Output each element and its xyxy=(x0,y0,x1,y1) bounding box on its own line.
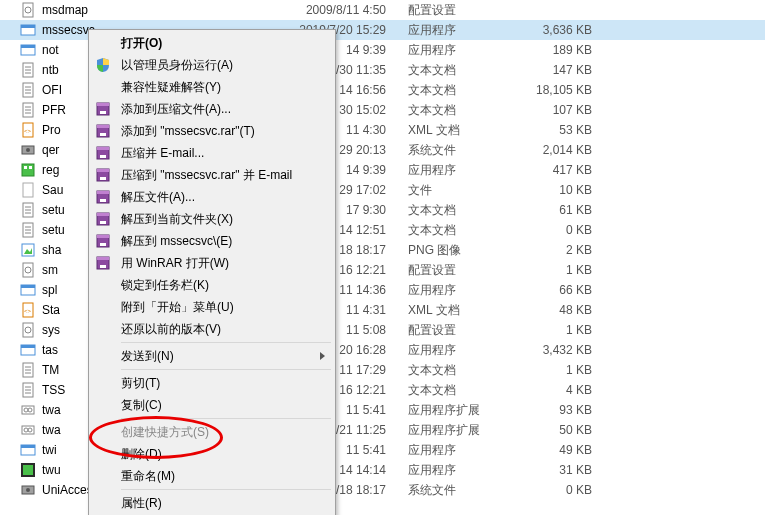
svg-rect-25 xyxy=(23,183,33,197)
menu-item-label: 以管理员身份运行(A) xyxy=(121,57,233,74)
svg-point-21 xyxy=(26,148,30,152)
menu-item-label: 压缩并 E-mail... xyxy=(121,145,204,162)
file-type: 系统文件 xyxy=(390,142,500,159)
file-size: 48 KB xyxy=(500,303,600,317)
menu-item-label: 打开(O) xyxy=(121,35,162,52)
file-icon xyxy=(20,2,36,18)
file-icon xyxy=(20,382,36,398)
file-type: 系统文件 xyxy=(390,482,500,499)
rar-icon xyxy=(95,189,111,205)
menu-item[interactable]: 剪切(T) xyxy=(91,372,333,394)
menu-item-label: 删除(D) xyxy=(121,446,162,463)
menu-item-label: 解压到当前文件夹(X) xyxy=(121,211,233,228)
menu-item[interactable]: 还原以前的版本(V) xyxy=(91,318,333,340)
file-type: 应用程序 xyxy=(390,462,500,479)
file-size: 53 KB xyxy=(500,123,600,137)
svg-rect-74 xyxy=(100,155,106,158)
rar-icon xyxy=(95,255,111,271)
file-type: 配置设置 xyxy=(390,2,500,19)
menu-item[interactable]: 添加到 "mssecsvc.rar"(T) xyxy=(91,120,333,142)
svg-rect-45 xyxy=(21,345,35,348)
menu-separator xyxy=(121,489,331,490)
file-type: 文本文档 xyxy=(390,102,500,119)
menu-item[interactable]: 解压到当前文件夹(X) xyxy=(91,208,333,230)
menu-item-label: 用 WinRAR 打开(W) xyxy=(121,255,229,272)
file-icon xyxy=(20,142,36,158)
menu-item-label: 添加到 "mssecsvc.rar"(T) xyxy=(121,123,255,140)
file-type: 应用程序 xyxy=(390,282,500,299)
svg-rect-79 xyxy=(97,191,109,194)
menu-item[interactable]: 添加到压缩文件(A)... xyxy=(91,98,333,120)
file-type: 文本文档 xyxy=(390,222,500,239)
menu-item[interactable]: 兼容性疑难解答(Y) xyxy=(91,76,333,98)
file-icon xyxy=(20,282,36,298)
svg-rect-77 xyxy=(100,177,106,180)
svg-rect-61 xyxy=(21,445,35,448)
svg-rect-70 xyxy=(97,125,109,128)
file-row[interactable]: msdmap2009/8/11 4:50配置设置 xyxy=(0,0,765,20)
menu-item[interactable]: 解压到 mssecsvc\(E) xyxy=(91,230,333,252)
file-type: 应用程序 xyxy=(390,162,500,179)
menu-item-label: 剪切(T) xyxy=(121,375,160,392)
file-type: 应用程序 xyxy=(390,442,500,459)
file-icon xyxy=(20,262,36,278)
file-type: 文本文档 xyxy=(390,202,500,219)
svg-rect-23 xyxy=(24,166,27,169)
svg-rect-82 xyxy=(97,213,109,216)
file-size: 1 KB xyxy=(500,323,600,337)
svg-rect-67 xyxy=(97,103,109,106)
file-size: 189 KB xyxy=(500,43,600,57)
svg-rect-22 xyxy=(22,164,34,176)
svg-text:<>: <> xyxy=(24,128,32,134)
file-size: 417 KB xyxy=(500,163,600,177)
file-icon xyxy=(20,482,36,498)
file-type: 文本文档 xyxy=(390,382,500,399)
menu-item[interactable]: 压缩到 "mssecsvc.rar" 并 E-mail xyxy=(91,164,333,186)
file-icon xyxy=(20,342,36,358)
menu-item[interactable]: 重命名(M) xyxy=(91,465,333,487)
menu-separator xyxy=(121,418,331,419)
menu-item[interactable]: 锁定到任务栏(K) xyxy=(91,274,333,296)
file-size: 61 KB xyxy=(500,203,600,217)
file-type: XML 文档 xyxy=(390,122,500,139)
svg-rect-71 xyxy=(100,133,106,136)
menu-item[interactable]: 属性(R) xyxy=(91,492,333,514)
menu-item[interactable]: 打开(O) xyxy=(91,32,333,54)
menu-item-label: 属性(R) xyxy=(121,495,162,512)
menu-separator xyxy=(121,342,331,343)
menu-item-label: 压缩到 "mssecsvc.rar" 并 E-mail xyxy=(121,167,292,184)
menu-item[interactable]: 发送到(N) xyxy=(91,345,333,367)
file-type: 应用程序扩展 xyxy=(390,422,500,439)
menu-item[interactable]: 解压文件(A)... xyxy=(91,186,333,208)
submenu-arrow-icon xyxy=(320,352,325,360)
svg-rect-68 xyxy=(100,111,106,114)
rar-icon xyxy=(95,145,111,161)
menu-item[interactable]: 复制(C) xyxy=(91,394,333,416)
file-icon: <> xyxy=(20,302,36,318)
file-type: 文本文档 xyxy=(390,362,500,379)
menu-item[interactable]: 附到「开始」菜单(U) xyxy=(91,296,333,318)
menu-item[interactable]: 以管理员身份运行(A) xyxy=(91,54,333,76)
svg-text:<>: <> xyxy=(24,308,32,314)
svg-rect-89 xyxy=(100,265,106,268)
menu-item[interactable]: 压缩并 E-mail... xyxy=(91,142,333,164)
svg-rect-85 xyxy=(97,235,109,238)
context-menu: 打开(O)以管理员身份运行(A)兼容性疑难解答(Y)添加到压缩文件(A)...添… xyxy=(88,29,336,515)
file-size: 18,105 KB xyxy=(500,83,600,97)
file-type: 应用程序 xyxy=(390,22,500,39)
svg-rect-86 xyxy=(100,243,106,246)
file-icon: <> xyxy=(20,122,36,138)
menu-item[interactable]: 删除(D) xyxy=(91,443,333,465)
menu-item-label: 锁定到任务栏(K) xyxy=(121,277,209,294)
file-name: msdmap xyxy=(40,3,260,17)
rar-icon xyxy=(95,123,111,139)
file-icon xyxy=(20,422,36,438)
menu-item-label: 发送到(N) xyxy=(121,348,174,365)
menu-item[interactable]: 用 WinRAR 打开(W) xyxy=(91,252,333,274)
svg-rect-5 xyxy=(21,45,35,48)
file-size: 31 KB xyxy=(500,463,600,477)
file-size: 66 KB xyxy=(500,283,600,297)
file-size: 1 KB xyxy=(500,363,600,377)
svg-point-65 xyxy=(26,488,30,492)
file-type: 应用程序扩展 xyxy=(390,402,500,419)
